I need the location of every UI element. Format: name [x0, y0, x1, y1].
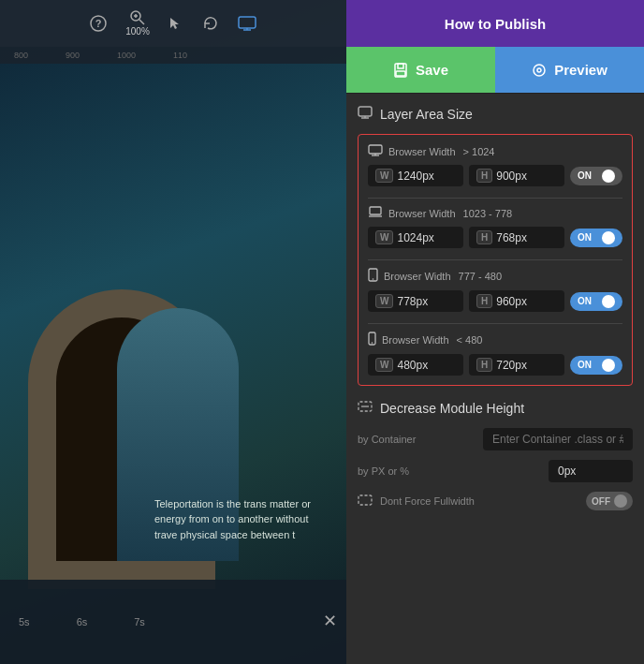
by-px-row: by PX or %: [358, 460, 633, 482]
mobile-width-field[interactable]: W 480px: [368, 354, 463, 376]
width-label-l: W: [375, 230, 393, 244]
svg-text:?: ?: [95, 18, 102, 29]
breakpoint-desktop-dims: W 1240px H 900px ON: [368, 165, 622, 186]
desktop-width-value: 1240px: [397, 170, 433, 183]
breakpoint-desktop-label-row: Browser Width > 1024: [368, 144, 622, 159]
decrease-section-header: Decrease Module Height: [358, 399, 633, 417]
by-container-input[interactable]: [483, 428, 633, 450]
layer-area-box: Browser Width > 1024 W 1240px H 900px ON: [358, 134, 633, 386]
tablet-toggle[interactable]: ON: [570, 292, 622, 311]
width-label: W: [375, 169, 393, 183]
mobile-height-value: 720px: [496, 359, 527, 372]
dont-force-toggle-label: OFF: [592, 496, 610, 507]
desktop-toggle-label: ON: [578, 170, 592, 181]
desktop-width-field[interactable]: W 1240px: [368, 165, 463, 186]
breakpoint-desktop: Browser Width > 1024 W 1240px H 900px ON: [368, 144, 622, 186]
laptop-height-field[interactable]: H 768px: [469, 227, 564, 248]
preview-label: Preview: [554, 62, 607, 78]
laptop-breakpoint-icon: [368, 206, 383, 221]
canvas-text-content: Teleportation is the trans matter or ene…: [154, 498, 311, 540]
timeline: 5s 6s 7s ✕: [0, 580, 346, 664]
tablet-toggle-circle: [602, 295, 615, 308]
dont-force-toggle-circle: [614, 494, 627, 508]
breakpoint-tablet-label: Browser Width: [384, 271, 451, 282]
by-px-label: by PX or %: [358, 465, 409, 477]
arch-outer: [28, 289, 215, 589]
breakpoint-desktop-label: Browser Width: [388, 146, 456, 157]
right-panel: How to Publish Save Preview: [346, 0, 644, 664]
dont-force-toggle[interactable]: OFF: [586, 492, 633, 510]
svg-rect-11: [396, 71, 405, 76]
laptop-toggle-circle: [602, 231, 615, 244]
timeline-mark-6s: 6s: [77, 616, 88, 627]
mobile-toggle-circle: [602, 359, 615, 372]
canvas-ruler: 800 900 1000 110: [0, 47, 346, 64]
svg-point-12: [534, 65, 545, 76]
height-label: H: [476, 169, 492, 183]
desktop-icon[interactable]: [238, 16, 256, 31]
breakpoint-laptop-dims: W 1024px H 768px ON: [368, 227, 622, 248]
cursor-icon[interactable]: [168, 16, 183, 31]
laptop-width-field[interactable]: W 1024px: [368, 227, 463, 248]
mobile-toggle[interactable]: ON: [570, 356, 622, 375]
zoom-control[interactable]: 100%: [125, 9, 150, 37]
mobile-height-field[interactable]: H 720px: [469, 354, 564, 376]
tablet-height-value: 960px: [496, 295, 527, 308]
dont-force-label-row: Dont Force Fullwidth: [358, 493, 475, 510]
tablet-height-field[interactable]: H 960px: [469, 290, 564, 312]
dont-force-label: Dont Force Fullwidth: [380, 495, 475, 507]
right-panel-header: How to Publish: [346, 0, 644, 47]
svg-line-3: [139, 20, 144, 24]
timeline-marks: 5s 6s 7s: [9, 616, 145, 627]
refresh-icon[interactable]: [202, 15, 219, 32]
tablet-toggle-label: ON: [578, 296, 592, 306]
desktop-toggle[interactable]: ON: [570, 167, 622, 185]
decrease-module-title: Decrease Module Height: [380, 401, 524, 416]
preview-button[interactable]: Preview: [495, 47, 644, 93]
timeline-mark-5s: 5s: [19, 616, 30, 627]
breakpoint-laptop-label: Browser Width: [388, 208, 456, 219]
help-icon[interactable]: ?: [90, 15, 107, 32]
desktop-height-field[interactable]: H 900px: [469, 165, 564, 186]
layer-area-title: Layer Area Size: [380, 107, 473, 122]
width-label-t: W: [375, 294, 393, 308]
desktop-breakpoint-icon: [368, 144, 383, 159]
tablet-breakpoint-icon: [368, 268, 378, 285]
by-container-label: by Container: [358, 434, 416, 445]
breakpoint-tablet-dims: W 778px H 960px ON: [368, 290, 622, 312]
svg-point-23: [373, 278, 374, 280]
divider-3: [368, 323, 622, 324]
desktop-height-value: 900px: [496, 170, 527, 183]
action-buttons: Save Preview: [346, 47, 644, 94]
breakpoint-mobile-label: Browser Width: [382, 334, 449, 346]
ruler-marks: 800 900 1000 110: [14, 51, 187, 60]
svg-point-25: [372, 342, 373, 344]
breakpoint-tablet-range: 777 - 480: [459, 271, 502, 282]
breakpoint-tablet: Browser Width 777 - 480 W 778px H 960px …: [368, 268, 622, 312]
divider-1: [368, 198, 622, 199]
desktop-toggle-circle: [602, 170, 615, 183]
breakpoint-laptop: Browser Width 1023 - 778 W 1024px H 768p…: [368, 206, 622, 248]
dont-force-icon: [358, 493, 373, 510]
svg-rect-20: [370, 207, 381, 214]
laptop-toggle[interactable]: ON: [570, 229, 622, 247]
panel-content: Layer Area Size Browser Width > 1024: [346, 94, 644, 664]
svg-point-13: [537, 68, 541, 72]
canvas-toolbar: ? 100%: [0, 0, 346, 47]
canvas-area: Teleportation is the trans matter or ene…: [0, 0, 346, 664]
laptop-width-value: 1024px: [397, 231, 433, 244]
laptop-toggle-label: ON: [578, 232, 592, 243]
breakpoint-tablet-label-row: Browser Width 777 - 480: [368, 268, 622, 285]
height-label-t: H: [476, 294, 492, 308]
breakpoint-laptop-label-row: Browser Width 1023 - 778: [368, 206, 622, 221]
zoom-value: 100%: [125, 26, 150, 37]
timeline-close-button[interactable]: ✕: [323, 611, 337, 631]
mobile-breakpoint-icon: [368, 332, 376, 348]
canvas-text: Teleportation is the trans matter or ene…: [154, 496, 332, 543]
save-button[interactable]: Save: [346, 47, 495, 93]
by-px-input[interactable]: [549, 460, 633, 482]
height-label-m: H: [476, 358, 492, 372]
tablet-width-field[interactable]: W 778px: [368, 290, 463, 312]
breakpoint-mobile-range: < 480: [457, 334, 483, 346]
save-label: Save: [416, 62, 448, 78]
